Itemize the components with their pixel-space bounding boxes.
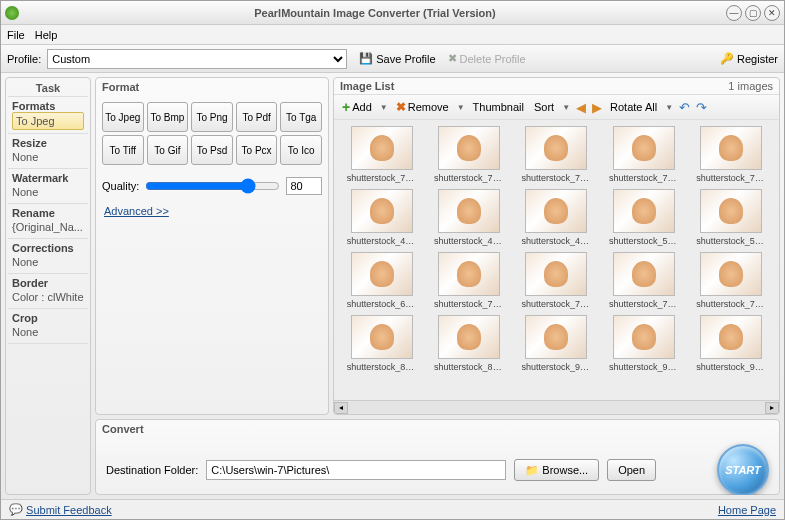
start-button[interactable]: START <box>717 444 769 495</box>
task-item-title: Corrections <box>12 242 84 254</box>
task-item-rename[interactable]: Rename{Original_Na... <box>8 204 88 239</box>
thumbnail-item[interactable]: shutterstock_95676... <box>690 315 773 372</box>
thumbnail-caption: shutterstock_93763... <box>609 362 679 372</box>
thumbnail-item[interactable]: shutterstock_75987... <box>340 126 423 183</box>
register-button[interactable]: 🔑 Register <box>720 52 778 65</box>
format-btn-to-jpeg[interactable]: To Jpeg <box>102 102 144 132</box>
thumbnail-image <box>700 126 762 170</box>
thumbnail-image <box>525 252 587 296</box>
thumbnail-item[interactable]: shutterstock_70051... <box>427 252 510 309</box>
save-profile-button[interactable]: 💾 Save Profile <box>359 52 435 65</box>
thumbnail-image <box>525 189 587 233</box>
bubble-icon: 💬 <box>9 503 23 516</box>
task-item-value: None <box>12 149 84 165</box>
task-item-title: Rename <box>12 207 84 219</box>
task-item-title: Resize <box>12 137 84 149</box>
sort-dropdown-icon[interactable]: ▼ <box>562 103 570 112</box>
thumbnail-item[interactable]: shutterstock_93763... <box>602 315 685 372</box>
format-btn-to-tiff[interactable]: To Tiff <box>102 135 144 165</box>
profile-select[interactable]: Custom <box>47 49 347 69</box>
quality-row: Quality: <box>96 171 328 201</box>
task-item-border[interactable]: BorderColor : clWhite <box>8 274 88 309</box>
menu-file[interactable]: File <box>7 29 25 41</box>
thumbnail-image <box>700 252 762 296</box>
dest-folder-input[interactable] <box>206 460 506 480</box>
task-item-formats[interactable]: FormatsTo Jpeg <box>8 97 88 134</box>
scroll-right-button[interactable]: ▸ <box>765 402 779 414</box>
task-item-resize[interactable]: ResizeNone <box>8 134 88 169</box>
thumbnail-area[interactable]: shutterstock_75987...shutterstock_75987.… <box>334 120 779 400</box>
remove-button[interactable]: ✖Remove <box>394 99 451 115</box>
thumbnail-item[interactable]: shutterstock_75987... <box>515 126 598 183</box>
dest-folder-label: Destination Folder: <box>106 464 198 476</box>
rotate-right-icon[interactable]: ↷ <box>696 100 707 115</box>
remove-dropdown-icon[interactable]: ▼ <box>457 103 465 112</box>
thumbnail-item[interactable]: shutterstock_75987... <box>602 126 685 183</box>
thumbnail-item[interactable]: shutterstock_75987... <box>427 126 510 183</box>
thumbnail-item[interactable]: shutterstock_80504... <box>340 315 423 372</box>
sort-button[interactable]: Sort <box>532 100 556 114</box>
thumbnail-item[interactable]: shutterstock_70341... <box>515 252 598 309</box>
thumbnail-image <box>525 315 587 359</box>
maximize-button[interactable]: ▢ <box>745 5 761 21</box>
thumbnail-item[interactable]: shutterstock_79987... <box>690 252 773 309</box>
task-item-watermark[interactable]: WatermarkNone <box>8 169 88 204</box>
thumbnail-item[interactable]: shutterstock_93613... <box>515 315 598 372</box>
quality-slider[interactable] <box>145 178 280 194</box>
thumbnail-item[interactable]: shutterstock_52322... <box>602 189 685 246</box>
rotate-dropdown-icon[interactable]: ▼ <box>665 103 673 112</box>
format-btn-to-bmp[interactable]: To Bmp <box>147 102 189 132</box>
task-item-value: None <box>12 254 84 270</box>
thumbnail-caption: shutterstock_55630... <box>696 236 766 246</box>
thumbnail-item[interactable]: shutterstock_83199... <box>427 315 510 372</box>
horizontal-scrollbar[interactable]: ◂ ▸ <box>334 400 779 414</box>
close-button[interactable]: ✕ <box>764 5 780 21</box>
advanced-link[interactable]: Advanced >> <box>96 201 328 221</box>
rotate-all-button[interactable]: Rotate All <box>608 100 659 114</box>
format-btn-to-pcx[interactable]: To Pcx <box>236 135 278 165</box>
scroll-left-button[interactable]: ◂ <box>334 402 348 414</box>
task-item-corrections[interactable]: CorrectionsNone <box>8 239 88 274</box>
minimize-button[interactable]: — <box>726 5 742 21</box>
open-button[interactable]: Open <box>607 459 656 481</box>
quality-label: Quality: <box>102 180 139 192</box>
thumbnail-item[interactable]: shutterstock_44825... <box>340 189 423 246</box>
add-dropdown-icon[interactable]: ▼ <box>380 103 388 112</box>
quality-input[interactable] <box>286 177 322 195</box>
thumbnail-item[interactable]: shutterstock_48115... <box>515 189 598 246</box>
thumbnail-caption: shutterstock_70051... <box>434 299 504 309</box>
key-icon: 🔑 <box>720 52 734 65</box>
thumbnail-button[interactable]: Thumbnail <box>471 100 526 114</box>
thumbnail-image <box>351 189 413 233</box>
thumbnail-item[interactable]: shutterstock_72193... <box>602 252 685 309</box>
thumbnail-item[interactable]: shutterstock_75987... <box>690 126 773 183</box>
format-btn-to-ico[interactable]: To Ico <box>280 135 322 165</box>
add-button[interactable]: +Add <box>340 98 374 116</box>
task-item-title: Watermark <box>12 172 84 184</box>
menu-help[interactable]: Help <box>35 29 58 41</box>
home-page-link[interactable]: Home Page <box>718 504 776 516</box>
thumbnail-item[interactable]: shutterstock_66900... <box>340 252 423 309</box>
format-btn-to-tga[interactable]: To Tga <box>280 102 322 132</box>
menubar: File Help <box>1 25 784 45</box>
thumbnail-item[interactable]: shutterstock_44825... <box>427 189 510 246</box>
next-icon[interactable]: ▶ <box>592 100 602 115</box>
task-item-crop[interactable]: CropNone <box>8 309 88 344</box>
browse-button[interactable]: 📁Browse... <box>514 459 599 481</box>
convert-title: Convert <box>96 420 779 438</box>
format-btn-to-psd[interactable]: To Psd <box>191 135 233 165</box>
convert-panel: Convert Destination Folder: 📁Browse... O… <box>95 419 780 495</box>
delete-profile-button[interactable]: ✖ Delete Profile <box>448 52 526 65</box>
rotate-left-icon[interactable]: ↶ <box>679 100 690 115</box>
thumbnail-image <box>351 126 413 170</box>
format-btn-to-pdf[interactable]: To Pdf <box>236 102 278 132</box>
image-count: 1 images <box>728 80 773 92</box>
submit-feedback-link[interactable]: Submit Feedback <box>26 504 112 516</box>
format-btn-to-png[interactable]: To Png <box>191 102 233 132</box>
thumbnail-item[interactable]: shutterstock_55630... <box>690 189 773 246</box>
thumbnail-image <box>700 315 762 359</box>
format-btn-to-gif[interactable]: To Gif <box>147 135 189 165</box>
thumbnail-caption: shutterstock_83199... <box>434 362 504 372</box>
prev-icon[interactable]: ◀ <box>576 100 586 115</box>
profile-label: Profile: <box>7 53 41 65</box>
